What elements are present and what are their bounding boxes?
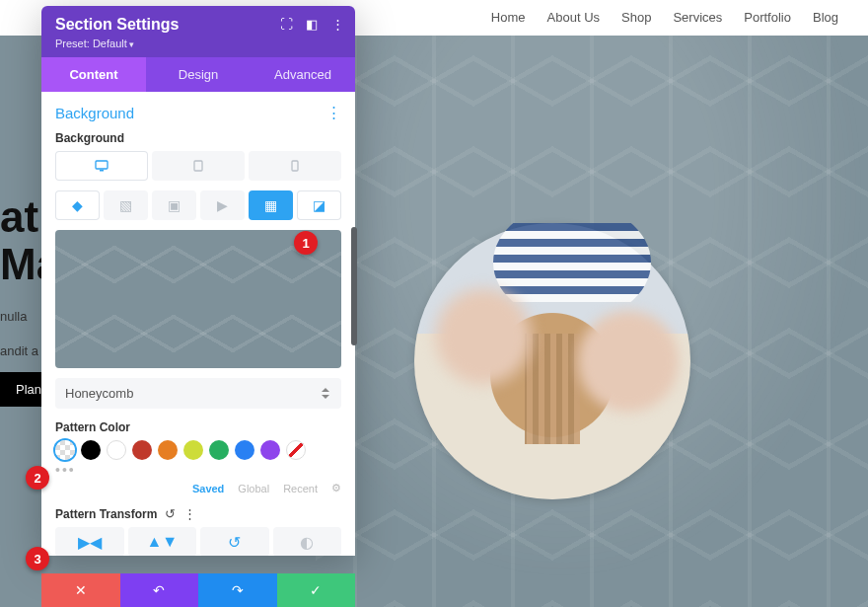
phone-icon (291, 160, 299, 172)
expand-icon[interactable]: ⛶ (278, 16, 294, 32)
swatch-white[interactable] (107, 440, 126, 460)
reset-icon[interactable]: ↺ (165, 506, 176, 521)
panel-tabs: Content Design Advanced (41, 57, 355, 92)
undo-button[interactable]: ↶ (120, 573, 199, 607)
device-desktop[interactable] (55, 151, 148, 181)
palette-gear-icon[interactable]: ⚙ (331, 482, 341, 494)
tab-content[interactable]: Content (41, 57, 146, 92)
bucket-icon: ◆ (72, 197, 83, 213)
hero-photo (414, 223, 690, 499)
check-icon: ✓ (310, 582, 322, 598)
palette-row: Saved Global Recent ⚙ (55, 482, 341, 494)
device-row (55, 151, 341, 181)
marker-1: 1 (294, 231, 318, 255)
tab-advanced[interactable]: Advanced (251, 57, 355, 92)
swatch-yellow[interactable] (183, 440, 203, 460)
palette-saved[interactable]: Saved (192, 483, 224, 494)
section-options-icon[interactable]: ⋮ (326, 104, 341, 121)
redo-button[interactable]: ↷ (198, 573, 277, 607)
swatch-row (55, 440, 341, 460)
rotate[interactable]: ↺ (200, 527, 269, 556)
snap-icon[interactable]: ◧ (304, 16, 320, 32)
swatch-black[interactable] (81, 440, 101, 460)
invert[interactable]: ◐ (273, 527, 342, 556)
more-icon[interactable]: ⋮ (329, 16, 345, 32)
preset-dropdown[interactable]: Preset: Default (55, 38, 341, 49)
nav-services[interactable]: Services (673, 10, 722, 25)
transform-label: Pattern Transform (55, 507, 157, 521)
panel-body: Background ⋮ Background ◆ ▧ ▣ ▶ ▦ ◪ Hone… (41, 92, 355, 556)
desktop-icon (95, 160, 108, 172)
bg-type-row: ◆ ▧ ▣ ▶ ▦ ◪ (55, 190, 341, 220)
swatch-orange[interactable] (158, 440, 178, 460)
background-label: Background (55, 131, 341, 145)
close-icon: ✕ (75, 582, 87, 598)
swatch-more[interactable]: ••• (55, 462, 341, 478)
panel-footer: ✕ ↶ ↷ ✓ (41, 573, 355, 607)
tab-design[interactable]: Design (146, 57, 251, 92)
rotate-icon: ↺ (228, 533, 241, 552)
save-button[interactable]: ✓ (277, 573, 356, 607)
site-nav: Home About Us Shop Services Portfolio Bl… (491, 10, 838, 25)
transform-options-icon[interactable]: ⋮ (183, 506, 196, 521)
undo-icon: ↶ (153, 582, 165, 598)
bg-type-gradient[interactable]: ▧ (104, 190, 148, 220)
bg-type-image[interactable]: ▣ (152, 190, 196, 220)
pattern-icon: ▦ (264, 197, 277, 213)
gradient-icon: ▧ (119, 197, 132, 213)
mask-icon: ◪ (313, 197, 326, 213)
flip-h-icon: ▶◀ (78, 533, 102, 552)
panel-scrollbar[interactable] (351, 227, 357, 345)
nav-portfolio[interactable]: Portfolio (744, 10, 791, 25)
bg-type-color[interactable]: ◆ (55, 190, 100, 220)
hero-photo-hand (574, 282, 683, 440)
swatch-green[interactable] (209, 440, 229, 460)
svg-rect-1 (100, 170, 104, 172)
nav-about[interactable]: About Us (547, 10, 600, 25)
flip-vertical[interactable]: ▲▼ (128, 527, 197, 556)
device-phone[interactable] (249, 151, 341, 181)
swatch-red[interactable] (132, 440, 152, 460)
swatch-blue[interactable] (235, 440, 254, 460)
palette-global[interactable]: Global (238, 483, 269, 494)
svg-rect-0 (96, 161, 108, 169)
flip-horizontal[interactable]: ▶◀ (55, 527, 124, 556)
flip-v-icon: ▲▼ (146, 533, 178, 551)
bg-type-video[interactable]: ▶ (200, 190, 245, 220)
image-icon: ▣ (168, 197, 181, 213)
palette-recent[interactable]: Recent (283, 483, 318, 494)
device-tablet[interactable] (152, 151, 245, 181)
nav-home[interactable]: Home (491, 10, 526, 25)
section-heading[interactable]: Background (55, 105, 134, 121)
tablet-icon (193, 160, 203, 172)
pattern-select[interactable]: Honeycomb (55, 378, 341, 409)
invert-icon: ◐ (300, 533, 314, 552)
marker-2: 2 (26, 466, 49, 490)
pattern-color-label: Pattern Color (55, 420, 341, 434)
cancel-button[interactable]: ✕ (41, 573, 120, 607)
swatch-none[interactable] (286, 440, 306, 460)
page-root: Home About Us Shop Services Portfolio Bl… (0, 0, 868, 607)
transform-row: ▶◀ ▲▼ ↺ ◐ (55, 527, 341, 556)
marker-3: 3 (26, 547, 49, 570)
nav-blog[interactable]: Blog (813, 10, 838, 25)
nav-shop[interactable]: Shop (621, 10, 651, 25)
panel-header: Section Settings Preset: Default ⛶ ◧ ⋮ (41, 6, 355, 57)
section-settings-panel: Section Settings Preset: Default ⛶ ◧ ⋮ C… (41, 6, 355, 556)
redo-icon: ↷ (232, 582, 244, 598)
svg-rect-3 (292, 161, 298, 171)
swatch-purple[interactable] (260, 440, 280, 460)
swatch-transparent[interactable] (55, 440, 75, 460)
bg-type-mask[interactable]: ◪ (297, 190, 341, 220)
svg-rect-2 (194, 161, 202, 171)
video-icon: ▶ (217, 197, 228, 213)
bg-type-pattern[interactable]: ▦ (249, 190, 293, 220)
